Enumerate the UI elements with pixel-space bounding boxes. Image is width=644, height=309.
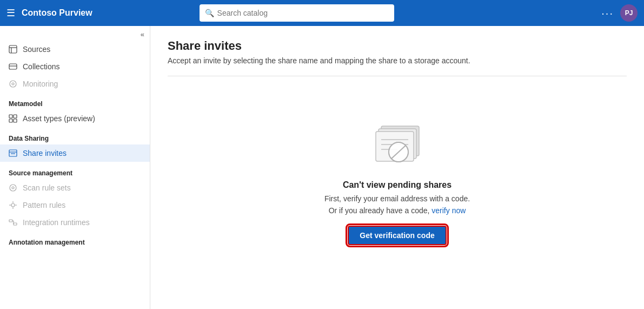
sidebar-item-asset-types[interactable]: Asset types (preview) bbox=[0, 110, 150, 127]
sidebar-collapse-button[interactable]: « bbox=[0, 26, 150, 41]
search-icon: 🔍 bbox=[205, 9, 214, 17]
body-layout: « Sources Collections Monitoring Metamod… bbox=[0, 26, 644, 309]
sidebar-item-integration-runtimes-label: Integration runtimes bbox=[23, 218, 90, 227]
main-content: Share invites Accept an invite by select… bbox=[150, 26, 644, 309]
empty-state-link-text: Or if you already have a code, verify no… bbox=[329, 206, 466, 215]
svg-rect-0 bbox=[9, 45, 17, 53]
integration-runtimes-icon bbox=[9, 218, 17, 227]
verify-now-link[interactable]: verify now bbox=[431, 206, 466, 215]
svg-rect-3 bbox=[9, 64, 17, 69]
svg-rect-7 bbox=[9, 115, 12, 118]
more-options-button[interactable]: ··· bbox=[601, 7, 614, 19]
section-header-annotation-management: Annotation management bbox=[0, 231, 150, 248]
hamburger-menu[interactable]: ☰ bbox=[6, 7, 15, 19]
svg-point-16 bbox=[11, 203, 15, 207]
svg-rect-10 bbox=[14, 119, 17, 122]
sidebar-item-sources[interactable]: Sources bbox=[0, 41, 150, 58]
svg-rect-21 bbox=[9, 220, 12, 222]
empty-state-title: Can't view pending shares bbox=[343, 180, 452, 190]
search-input[interactable] bbox=[217, 9, 389, 17]
svg-rect-22 bbox=[14, 223, 17, 225]
sidebar-item-share-invites[interactable]: Share invites bbox=[0, 144, 150, 162]
section-header-source-management: Source management bbox=[0, 162, 150, 179]
sidebar-item-scan-rule-sets: Scan rule sets bbox=[0, 179, 150, 196]
search-bar[interactable]: 🔍 bbox=[200, 4, 394, 22]
svg-rect-11 bbox=[9, 150, 17, 156]
monitoring-icon bbox=[9, 80, 17, 88]
divider bbox=[168, 76, 627, 76]
asset-types-icon bbox=[9, 114, 17, 123]
empty-state-description: First, verify your email address with a … bbox=[324, 194, 470, 203]
page-subtitle: Accept an invite by selecting the share … bbox=[168, 56, 627, 65]
sidebar-item-share-invites-label: Share invites bbox=[23, 149, 67, 157]
sidebar-item-collections[interactable]: Collections bbox=[0, 58, 150, 75]
topnav-right-actions: ··· PJ bbox=[601, 4, 638, 22]
svg-point-15 bbox=[12, 187, 14, 189]
sidebar-item-monitoring-label: Monitoring bbox=[23, 80, 58, 88]
section-header-metamodel: Metamodel bbox=[0, 93, 150, 110]
sidebar-item-asset-types-label: Asset types (preview) bbox=[23, 114, 95, 123]
scan-rule-sets-icon bbox=[9, 183, 17, 192]
empty-state: Can't view pending shares First, verify … bbox=[168, 94, 627, 245]
sources-icon bbox=[9, 45, 17, 54]
sidebar-item-scan-rule-sets-label: Scan rule sets bbox=[23, 183, 71, 192]
svg-point-5 bbox=[10, 81, 16, 87]
top-navigation: ☰ Contoso Purview 🔍 ··· PJ bbox=[0, 0, 644, 26]
sidebar-item-collections-label: Collections bbox=[23, 62, 59, 71]
app-title: Contoso Purview bbox=[22, 8, 92, 18]
svg-point-14 bbox=[10, 185, 16, 191]
svg-rect-8 bbox=[14, 115, 17, 118]
collections-icon bbox=[9, 62, 17, 71]
sidebar-item-pattern-rules: Pattern rules bbox=[0, 196, 150, 214]
sidebar-item-monitoring: Monitoring bbox=[0, 75, 150, 93]
svg-rect-9 bbox=[9, 119, 12, 122]
section-header-data-sharing: Data Sharing bbox=[0, 127, 150, 144]
get-verification-code-button[interactable]: Get verification code bbox=[348, 226, 446, 245]
sidebar-item-sources-label: Sources bbox=[23, 45, 50, 54]
empty-state-illustration bbox=[365, 115, 430, 169]
sidebar: « Sources Collections Monitoring Metamod… bbox=[0, 26, 150, 309]
svg-point-6 bbox=[12, 83, 14, 85]
page-title: Share invites bbox=[168, 39, 627, 53]
sidebar-item-integration-runtimes: Integration runtimes bbox=[0, 214, 150, 231]
pattern-rules-icon bbox=[9, 201, 17, 209]
user-avatar[interactable]: PJ bbox=[620, 4, 638, 22]
share-invites-icon bbox=[9, 149, 17, 157]
sidebar-item-pattern-rules-label: Pattern rules bbox=[23, 201, 65, 209]
